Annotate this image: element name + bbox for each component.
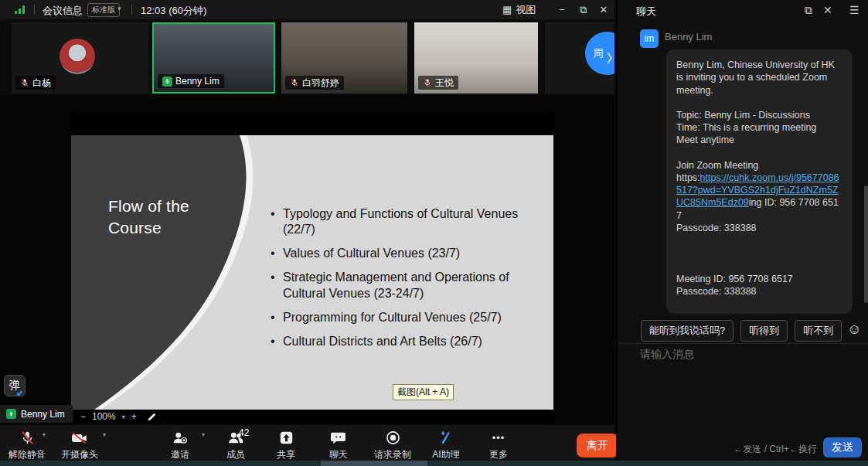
mic-muted-icon	[20, 430, 35, 445]
restore-button[interactable]: ⧉	[575, 2, 592, 17]
slide-bullet: Typology and Functions of Cultural Venue…	[271, 206, 533, 237]
sharer-name-badge: Benny Lim	[0, 405, 73, 423]
message-meet-anytime: Meet anytime	[676, 134, 842, 146]
presentation-slide: Flow of the Course Typology and Function…	[71, 135, 553, 410]
quick-reply-button[interactable]: 听得到	[740, 320, 788, 342]
video-tile-baiyushuting[interactable]: 白羽舒婷	[281, 22, 407, 94]
message-time: Time: This is a recurring meeting	[676, 121, 842, 134]
divider	[131, 5, 132, 15]
message-topic: Topic: Benny Lim - Discussions	[676, 109, 842, 121]
record-icon	[386, 430, 400, 445]
invite-person-icon	[172, 430, 188, 445]
menu-icon[interactable]: ☰	[849, 4, 859, 16]
chevron-down-icon[interactable]: ▾	[122, 413, 125, 420]
request-record-button[interactable]: 请求录制	[374, 430, 411, 461]
video-tile-wangyue[interactable]: 王悦	[414, 22, 538, 94]
slide-bullet: Cultural Districts and Art Belts (26/7)	[271, 334, 533, 349]
view-button[interactable]: ▦视图	[502, 3, 536, 17]
check-icon: ✔	[16, 389, 23, 399]
view-grid-icon: ▦	[502, 4, 512, 15]
sender-avatar: im	[640, 29, 659, 48]
mic-muted-icon	[20, 78, 29, 87]
emoji-picker-icon[interactable]: ☺	[847, 321, 861, 338]
send-shortcut-hint: ←发送 / Ctrl+←换行	[618, 443, 817, 456]
chat-message-bubble: Benny Lim, Chinese University of HK is i…	[666, 49, 853, 314]
chat-title-bar: 聊天 ⧉ ✕ ☰	[618, 0, 868, 22]
mic-muted-icon	[423, 78, 432, 87]
pencil-icon	[147, 412, 157, 422]
unmute-button[interactable]: 解除静音 ▾	[9, 430, 46, 461]
popout-icon[interactable]: ⧉	[805, 4, 812, 17]
slide-top-bar	[71, 112, 553, 135]
chat-button[interactable]: 聊天	[329, 430, 348, 461]
slide-bullet: Values of Cultural Venues (23/7)	[271, 246, 533, 261]
chat-panel-title: 聊天	[636, 5, 656, 19]
message-input[interactable]: 请输入消息	[640, 348, 694, 362]
share-zoom-bar: − 100% ▾ +	[71, 410, 553, 423]
mic-muted-icon	[290, 78, 299, 87]
participant-label: 王悦	[418, 76, 458, 90]
zoom-level[interactable]: 100%	[92, 411, 116, 422]
invite-button[interactable]: 邀请 ▾	[171, 430, 189, 461]
chevron-down-icon[interactable]: ▾	[43, 431, 46, 438]
slide-title: Flow of the Course	[108, 196, 224, 238]
taskbar-highlight	[321, 461, 427, 466]
divider	[34, 5, 35, 15]
quick-reply-row: 能听到我说话吗? 听得到 听不到	[641, 320, 842, 342]
chevron-down-icon[interactable]: ▾	[103, 431, 106, 438]
leave-button[interactable]: 离开	[577, 434, 618, 457]
video-tile-baiyang[interactable]: 白杨	[12, 22, 148, 94]
ai-wand-icon	[439, 430, 454, 445]
mic-active-icon	[162, 77, 172, 87]
message-passcode: Passcode: 338388	[676, 285, 842, 298]
message-intro: Benny Lim, Chinese University of HK is i…	[676, 59, 842, 97]
meeting-info-button[interactable]: 会议信息	[43, 4, 83, 18]
strip-next-button[interactable]	[606, 48, 614, 68]
message-join: Join Zoom Meeting	[676, 159, 842, 172]
title-bar: 会议信息 标准版 ▾ 12:03 (60分钟) ▦视图 − ⧉ ✕	[0, 0, 614, 19]
connection-signal-icon	[15, 5, 26, 14]
participant-label: 白杨	[15, 76, 56, 90]
video-tile-benny-lim-active[interactable]: Benny Lim	[152, 22, 275, 94]
chevron-down-icon[interactable]: ▾	[117, 5, 121, 12]
start-video-button[interactable]: 开摄像头 ▾	[61, 430, 98, 461]
close-icon[interactable]: ✕	[823, 4, 832, 16]
main-window: 会议信息 标准版 ▾ 12:03 (60分钟) ▦视图 − ⧉ ✕ 白杨	[0, 0, 614, 466]
video-tile-partial[interactable]: 周	[545, 22, 614, 94]
annotate-button[interactable]	[143, 410, 162, 423]
message-meeting-id: Meeting ID: 956 7708 6517	[676, 273, 842, 285]
chevron-right-icon	[606, 51, 613, 65]
slide-bullet: Strategic Management and Operations of C…	[271, 270, 533, 301]
chat-panel: 聊天 ⧉ ✕ ☰ im Benny Lim Benny Lim, Chinese…	[616, 0, 868, 466]
video-strip: 白杨 Benny Lim 白羽舒婷	[0, 19, 614, 95]
shared-screen-stage: Flow of the Course Typology and Function…	[0, 95, 614, 425]
participant-label: Benny Lim	[158, 74, 224, 88]
divider	[618, 343, 868, 344]
meeting-timer: 12:03 (60分钟)	[141, 4, 206, 18]
more-dots-icon: •••	[492, 430, 505, 445]
ai-assistant-button[interactable]: AI助理	[432, 430, 459, 461]
quick-reply-button[interactable]: 听不到	[795, 320, 842, 342]
share-screen-icon	[279, 430, 294, 445]
avatar	[60, 39, 95, 74]
send-button[interactable]: 发送	[823, 437, 862, 457]
share-screen-button[interactable]: 共享	[277, 430, 295, 461]
plan-badge: 标准版	[87, 3, 120, 17]
camera-off-icon	[71, 430, 88, 445]
quick-reply-button[interactable]: 能听到我说话吗?	[641, 320, 734, 342]
zoom-in-button[interactable]: +	[131, 411, 137, 422]
screen-share-icon	[6, 409, 16, 419]
message-link-line: https:https://cuhk.zoom.us/j/95677086517…	[676, 172, 842, 222]
close-button[interactable]: ✕	[595, 2, 612, 17]
participants-button[interactable]: 42 成员	[226, 430, 245, 461]
taskbar-peek[interactable]	[0, 461, 868, 466]
chat-bubble-icon	[331, 430, 346, 445]
chevron-down-icon[interactable]: ▾	[202, 431, 205, 438]
minimize-button[interactable]: −	[553, 2, 570, 17]
sender-name: Benny Lim	[665, 31, 712, 43]
chat-scrollbar[interactable]	[864, 185, 868, 303]
zoom-out-button[interactable]: −	[80, 411, 86, 422]
participant-label: 白羽舒婷	[285, 76, 344, 90]
more-button[interactable]: ••• 更多	[489, 430, 508, 461]
message-passcode: Passcode: 338388	[676, 222, 842, 234]
